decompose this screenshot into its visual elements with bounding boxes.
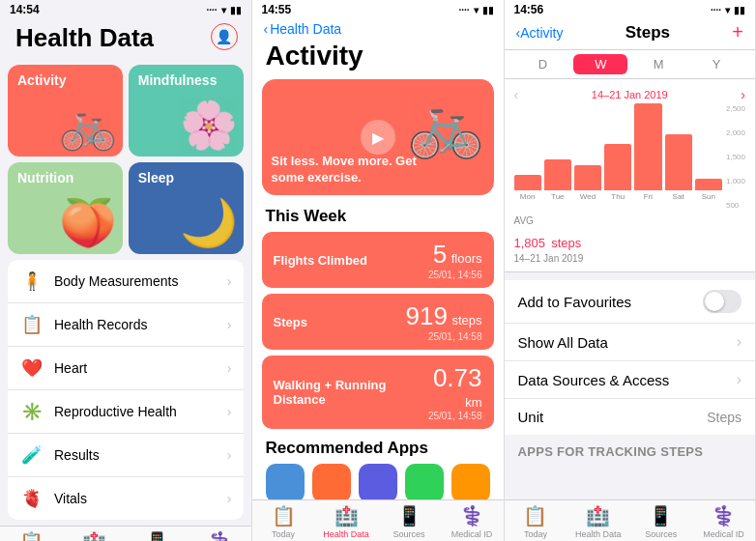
sources-label-3: Sources (645, 529, 677, 539)
period-btn-d[interactable]: D (516, 54, 570, 74)
wifi-icon-3: ▾ (725, 5, 730, 15)
stat-distance[interactable]: Walking + Running Distance 0.73 km 25/01… (262, 356, 494, 429)
tile-nutrition[interactable]: Nutrition 🍑 (8, 162, 123, 254)
tile-activity[interactable]: Activity 🚲 (8, 65, 123, 157)
tab-medical-1[interactable]: ⚕️ Medical ID (189, 530, 251, 541)
tab-medical-2[interactable]: ⚕️ Medical ID (441, 504, 504, 539)
toggle-knob (705, 292, 724, 311)
period-btn-y[interactable]: Y (689, 54, 743, 74)
bar-sun: Sun (695, 179, 722, 201)
bar-label-sat: Sat (673, 192, 684, 201)
favourites-toggle[interactable] (703, 290, 741, 313)
medical-label-2: Medical ID (451, 529, 493, 539)
tab-medical-3[interactable]: ⚕️ Medical ID (692, 504, 755, 539)
bar-wed: Wed (574, 165, 601, 201)
promo-bike-icon: 🚲 (407, 89, 484, 161)
chevron-icon-heart: › (227, 360, 232, 376)
chart-prev-icon[interactable]: ‹ (514, 87, 519, 102)
tab-health-data-2[interactable]: 🏥 Health Data (315, 504, 378, 539)
y-axis-labels: 2,500 2,000 1,500 1,000 500 (722, 104, 745, 201)
bar-label-wed: Wed (580, 192, 596, 201)
steps-back-button[interactable]: ‹ Activity (516, 25, 564, 41)
list-item-heart[interactable]: ❤️ Heart › (8, 347, 244, 390)
bar-mon-fill (514, 175, 541, 190)
tile-mindfulness[interactable]: Mindfulness 🌸 (129, 65, 244, 157)
nav-back-label-2: Health Data (270, 21, 341, 37)
y-1500: 1,500 (726, 153, 745, 161)
rec-app-4[interactable] (405, 464, 444, 499)
steps-value-group: 919 steps 25/01, 14:58 (406, 301, 482, 342)
tab-sources-3[interactable]: 📱 Sources (629, 504, 692, 539)
rec-app-1[interactable] (266, 464, 305, 499)
activity-promo-card[interactable]: Sit less. Move more. Getsome exercise. ▶… (262, 79, 494, 195)
chart-date: 14–21 Jan 2019 (592, 89, 668, 100)
rec-app-3[interactable] (359, 464, 397, 499)
bar-label-sun: Sun (702, 192, 715, 201)
medical-icon-3: ⚕️ (712, 504, 736, 527)
bar-tue-fill (544, 159, 571, 190)
tile-sleep-label: Sleep (138, 170, 234, 185)
medical-icon-2: ⚕️ (460, 504, 484, 527)
bar-thu: Thu (604, 144, 631, 201)
sources-label-2: Sources (393, 529, 424, 539)
bar-tue: Tue (544, 159, 571, 201)
tab-health-data-1[interactable]: 🏥 Health Data (63, 530, 126, 541)
steps-title: Steps (625, 23, 670, 43)
stat-steps[interactable]: Steps 919 steps 25/01, 14:58 (262, 294, 494, 350)
avg-date: 14–21 Jan 2019 (514, 253, 746, 264)
tab-sources-1[interactable]: 📱 Sources (126, 530, 189, 541)
bar-label-fri: Fri (644, 192, 653, 201)
wifi-icon: ▾ (221, 5, 226, 15)
heart-label: Heart (54, 360, 227, 376)
settings-favourites[interactable]: Add to Favourites (505, 280, 756, 324)
health-data-label-3: Health Data (575, 529, 622, 539)
tab-health-data-3[interactable]: 🏥 Health Data (567, 504, 629, 539)
avg-number: 1,805 (514, 236, 546, 250)
tab-sources-2[interactable]: 📱 Sources (378, 504, 441, 539)
flights-value-group: 5 floors 25/01, 14:56 (428, 240, 482, 280)
tab-today-3[interactable]: 📋 Today (505, 504, 567, 539)
tile-nutrition-label: Nutrition (17, 170, 113, 185)
avg-unit: steps (551, 236, 581, 250)
list-item-reproductive[interactable]: ✳️ Reproductive Health › (8, 390, 244, 434)
unit-label: Unit (518, 409, 544, 425)
bar-sat-fill (665, 134, 692, 190)
list-item-vitals[interactable]: 🫀 Vitals › (8, 477, 244, 520)
play-button[interactable]: ▶ (361, 120, 395, 155)
chevron-icon-records: › (227, 317, 232, 332)
today-label-2: Today (272, 529, 295, 539)
list-item-health-records[interactable]: 📋 Health Records › (8, 303, 244, 347)
panel-steps: 14:56 ···· ▾ ▮▮ ‹ Activity Steps + D W M… (505, 0, 757, 541)
user-profile-icon[interactable]: 👤 (211, 23, 238, 50)
bar-fri: Fri (634, 103, 661, 201)
period-btn-w[interactable]: W (573, 54, 627, 74)
rec-apps-row (252, 464, 504, 499)
tab-today-1[interactable]: 📋 Today (0, 530, 63, 541)
chart-next-icon[interactable]: › (741, 87, 745, 102)
period-btn-m[interactable]: M (631, 54, 685, 74)
tab-today-2[interactable]: 📋 Today (252, 504, 315, 539)
nav-back-button-2[interactable]: ‹ Health Data (252, 19, 504, 41)
settings-unit[interactable]: Unit Steps (505, 399, 756, 435)
settings-show-all[interactable]: Show All Data › (505, 324, 756, 361)
tile-sleep[interactable]: Sleep 🌙 (129, 162, 244, 254)
reproductive-label: Reproductive Health (54, 404, 227, 419)
avg-value-row: 1,805 steps (514, 228, 746, 253)
bar-label-mon: Mon (520, 192, 536, 201)
rec-app-2[interactable] (312, 464, 351, 499)
list-item-body[interactable]: 🧍 Body Measurements › (8, 260, 244, 303)
rec-app-5[interactable] (451, 464, 490, 499)
today-icon-1: 📋 (19, 530, 44, 541)
bar-wed-fill (574, 165, 601, 190)
this-week-title: This Week (252, 207, 504, 232)
tile-activity-label: Activity (17, 72, 113, 88)
stat-flights[interactable]: Flights Climbed 5 floors 25/01, 14:56 (262, 232, 494, 288)
sources-icon-2: 📱 (397, 504, 422, 527)
list-item-results[interactable]: 🧪 Results › (8, 434, 244, 477)
signal-icon: ···· (206, 5, 217, 15)
bar-label-thu: Thu (611, 192, 625, 201)
steps-back-label: Activity (520, 25, 563, 41)
add-steps-button[interactable]: + (732, 21, 743, 43)
settings-data-sources[interactable]: Data Sources & Access › (505, 361, 756, 399)
flights-number: 5 (433, 240, 447, 269)
